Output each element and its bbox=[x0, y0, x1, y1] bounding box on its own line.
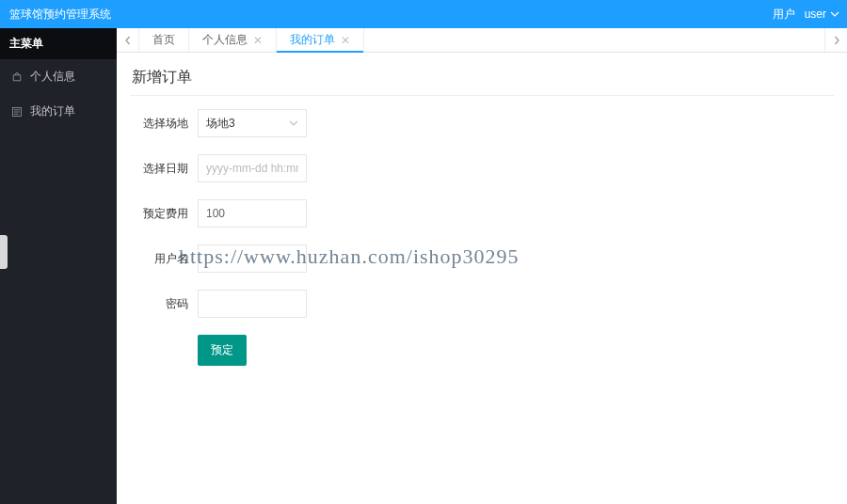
date-input[interactable] bbox=[198, 154, 307, 182]
chevron-down-icon bbox=[289, 118, 298, 128]
sidebar-item-label: 个人信息 bbox=[30, 69, 75, 85]
page-title: 新增订单 bbox=[130, 62, 834, 96]
bag-icon bbox=[11, 71, 23, 83]
date-label: 选择日期 bbox=[130, 161, 198, 177]
chevron-right-icon bbox=[832, 36, 841, 45]
tab-label: 我的订单 bbox=[290, 32, 335, 48]
password-label: 密码 bbox=[130, 296, 198, 312]
username-input[interactable] bbox=[198, 244, 307, 273]
tabs: 首页 个人信息 ✕ 我的订单 ✕ bbox=[139, 28, 824, 52]
tab-label: 个人信息 bbox=[202, 32, 248, 48]
user-label: 用户 bbox=[773, 7, 795, 23]
sidebar: 主菜单 个人信息 我的订单 bbox=[0, 28, 117, 504]
tab-orders[interactable]: 我的订单 ✕ bbox=[277, 28, 364, 52]
tab-close-icon[interactable]: ✕ bbox=[253, 35, 263, 46]
sidebar-item-profile[interactable]: 个人信息 bbox=[0, 59, 117, 94]
username-label: 用户名 bbox=[130, 251, 198, 267]
tab-close-icon[interactable]: ✕ bbox=[341, 35, 350, 46]
sidebar-collapse-handle[interactable] bbox=[0, 235, 8, 269]
user-name-text: user bbox=[805, 8, 826, 21]
chevron-down-icon bbox=[830, 9, 839, 19]
topbar: 篮球馆预约管理系统 用户 user bbox=[0, 0, 847, 28]
tabs-bar: 首页 个人信息 ✕ 我的订单 ✕ bbox=[117, 28, 847, 53]
main: 首页 个人信息 ✕ 我的订单 ✕ 新增订单 选择场地 bbox=[117, 28, 847, 504]
cost-label: 预定费用 bbox=[130, 206, 198, 222]
row-username: 用户名 bbox=[130, 244, 834, 273]
tabs-scroll-right[interactable] bbox=[824, 28, 847, 52]
row-submit: 预定 bbox=[130, 335, 834, 366]
user-menu[interactable]: user bbox=[805, 8, 839, 21]
row-cost: 预定费用 bbox=[130, 199, 834, 228]
content: 新增订单 选择场地 场地3 选择日期 预定费用 bbox=[117, 53, 847, 504]
tabs-scroll-left[interactable] bbox=[117, 28, 139, 52]
password-input[interactable] bbox=[198, 290, 307, 318]
row-date: 选择日期 bbox=[130, 154, 834, 182]
row-password: 密码 bbox=[130, 290, 834, 318]
list-icon bbox=[11, 106, 23, 118]
tab-profile[interactable]: 个人信息 ✕ bbox=[189, 28, 277, 52]
row-venue: 选择场地 场地3 bbox=[130, 109, 834, 137]
venue-select-value: 场地3 bbox=[206, 116, 235, 132]
venue-select[interactable]: 场地3 bbox=[198, 109, 307, 137]
sidebar-item-orders[interactable]: 我的订单 bbox=[0, 94, 117, 129]
cost-input[interactable] bbox=[198, 199, 307, 228]
app-title: 篮球馆预约管理系统 bbox=[8, 7, 111, 23]
tab-label: 首页 bbox=[152, 32, 175, 48]
tab-home[interactable]: 首页 bbox=[139, 28, 189, 52]
sidebar-title: 主菜单 bbox=[0, 28, 117, 59]
chevron-left-icon bbox=[123, 36, 133, 45]
submit-button[interactable]: 预定 bbox=[198, 335, 247, 366]
sidebar-item-label: 我的订单 bbox=[30, 103, 75, 119]
venue-label: 选择场地 bbox=[130, 116, 198, 132]
